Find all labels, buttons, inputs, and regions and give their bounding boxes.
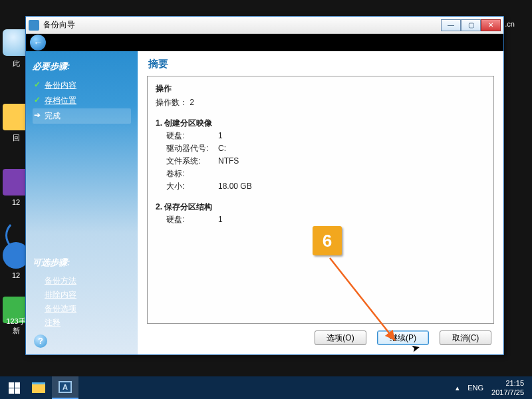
titlebar[interactable]: 备份向导 — ▢ ✕: [26, 17, 503, 34]
field-value: 1: [218, 215, 223, 224]
annotation-arrow: [326, 255, 406, 348]
help-button[interactable]: ?: [34, 334, 47, 348]
optional-steps-title: 可选步骤:: [33, 257, 131, 269]
field-key: 驱动器代号:: [166, 143, 218, 154]
back-button[interactable]: ←: [30, 35, 46, 51]
task-app-active[interactable]: A: [52, 376, 78, 399]
tray-chevron-up-icon[interactable]: ▴: [456, 384, 460, 392]
tray-language[interactable]: ENG: [467, 384, 483, 392]
close-button[interactable]: ✕: [481, 19, 501, 31]
wizard-window: 备份向导 — ▢ ✕ ← 必要步骤: 备份内容存档位置完成 可选步骤: 备份方法…: [25, 16, 504, 355]
summary-box: 操作 操作数： 2 1. 创建分区映像 硬盘:1驱动器代号:C:文件系统:NTF…: [147, 76, 494, 324]
minimize-button[interactable]: —: [441, 19, 461, 31]
main-pane: 摘要 操作 操作数： 2 1. 创建分区映像 硬盘:1驱动器代号:C:文件系统:…: [138, 51, 503, 354]
wizard-step-2[interactable]: 完成: [33, 108, 131, 124]
windows-logo-icon: [9, 382, 20, 394]
main-heading: 摘要: [148, 58, 494, 70]
start-button[interactable]: [3, 376, 25, 399]
field-key: 大小:: [166, 181, 218, 192]
required-steps-title: 必要步骤:: [33, 61, 131, 72]
ops-label: 操作: [156, 83, 485, 94]
field-key: 硬盘:: [166, 214, 218, 225]
svg-line-0: [330, 258, 395, 340]
tray-time: 21:15: [491, 378, 524, 388]
cancel-button[interactable]: 取消(C): [440, 331, 491, 345]
field-value: NTFS: [218, 156, 239, 166]
summary-field: 硬盘:1: [156, 130, 485, 142]
summary-field: 文件系统:NTFS: [156, 156, 485, 167]
app-task-icon: A: [59, 381, 72, 393]
field-key: 卷标:: [166, 168, 218, 180]
optional-step-2[interactable]: 备份选项: [33, 302, 131, 316]
ops-count-label: 操作数：: [156, 98, 188, 107]
app-icon: [29, 20, 39, 31]
section-2-title: 2. 保存分区结构: [156, 201, 485, 213]
wizard-step-1[interactable]: 存档位置: [33, 93, 131, 108]
tray-date: 2017/7/25: [491, 388, 524, 397]
field-value: C:: [218, 144, 226, 153]
nav-strip: ←: [26, 34, 503, 51]
field-key: 文件系统:: [166, 156, 218, 167]
annotation-badge-6: 6: [313, 226, 342, 255]
arrow-left-icon: ←: [33, 37, 43, 48]
optional-step-3[interactable]: 注释: [33, 316, 131, 330]
maximize-button[interactable]: ▢: [461, 19, 481, 31]
summary-field: 大小:18.00 GB: [156, 181, 485, 192]
button-row: 选项(O) 继续(P) 取消(C): [147, 324, 494, 348]
taskbar[interactable]: A ▴ ENG 21:15 2017/7/25: [0, 376, 532, 399]
folder-icon: [32, 382, 45, 393]
optional-step-1[interactable]: 排除内容: [33, 288, 131, 302]
field-key: 硬盘:: [166, 130, 218, 142]
tray-clock[interactable]: 21:15 2017/7/25: [491, 378, 524, 397]
task-explorer[interactable]: [25, 376, 52, 399]
summary-field: 硬盘:1: [156, 214, 485, 225]
sidebar: 必要步骤: 备份内容存档位置完成 可选步骤: 备份方法排除内容备份选项注释 ?: [26, 51, 138, 354]
desktop-top-right-label: .cn: [505, 20, 515, 28]
window-title: 备份向导: [43, 19, 75, 31]
wizard-step-0[interactable]: 备份内容: [33, 78, 131, 93]
system-tray[interactable]: ▴ ENG 21:15 2017/7/25: [456, 378, 529, 397]
optional-step-0[interactable]: 备份方法: [33, 274, 131, 288]
summary-field: 卷标:: [156, 168, 485, 180]
field-value: 18.00 GB: [218, 182, 252, 191]
summary-field: 驱动器代号:C:: [156, 143, 485, 154]
ops-count: 2: [190, 98, 194, 107]
section-1-title: 1. 创建分区映像: [156, 118, 485, 129]
field-value: 1: [218, 131, 223, 140]
